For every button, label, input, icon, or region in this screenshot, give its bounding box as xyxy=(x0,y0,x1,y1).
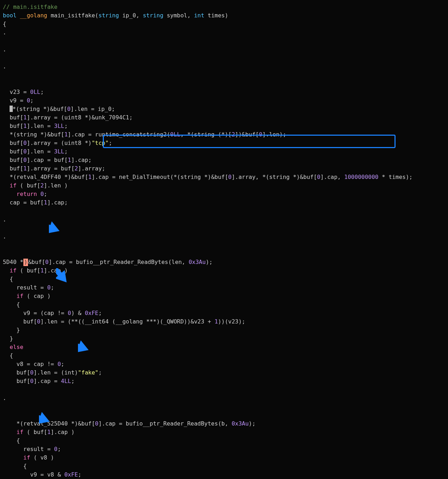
comment-line: // main.isitfake xyxy=(3,3,445,11)
code-line: { xyxy=(3,462,445,470)
blank xyxy=(3,411,445,419)
code-line: buf[1].len = 3LL; xyxy=(3,122,445,130)
collapsed-dot: . xyxy=(3,232,445,241)
code-line: if ( buf[1].cap ) xyxy=(3,428,445,436)
code-line: buf[1].array = buf[2].array; xyxy=(3,164,445,173)
blank xyxy=(3,224,445,232)
code-line: return 0; xyxy=(3,190,445,198)
code-line: { xyxy=(3,436,445,445)
code-line: v8 = cap != 0; xyxy=(3,360,445,368)
blank xyxy=(3,37,445,45)
code-line: buf[0].len = 3LL; xyxy=(3,147,445,156)
brace-open: { xyxy=(3,20,445,28)
code-line: v9 = v8 & 0xFE; xyxy=(3,470,445,479)
blank xyxy=(3,207,445,215)
code-line: if ( buf[2].len ) xyxy=(3,181,445,190)
blank xyxy=(3,385,445,394)
collapsed-dot: . xyxy=(3,62,445,71)
collapsed-dot: . xyxy=(3,215,445,224)
code-line: buf[0].len = (**((__int64 (__golang ***)… xyxy=(3,317,445,326)
collapsed-dot: . xyxy=(3,28,445,37)
code-line: } xyxy=(3,326,445,334)
code-line: if ( v8 ) xyxy=(3,453,445,462)
code-line: { xyxy=(3,351,445,360)
code-line: buf[0].cap = buf[1].cap; xyxy=(3,156,445,164)
text-cursor-selection: ) xyxy=(23,259,28,266)
code-line: *(string *)&buf[1].cap = runtime_concats… xyxy=(3,130,445,139)
code-line: buf[1].array = (uint8 *)&unk_7094C1; xyxy=(3,113,445,122)
code-line: if ( cap ) xyxy=(3,292,445,300)
blank xyxy=(3,402,445,411)
blank xyxy=(3,79,445,88)
code-line: v23 = 0LL; xyxy=(3,88,445,96)
code-line-highlighted: *(retval_4DFF40 *)&buf[1].cap = net_Dial… xyxy=(3,173,445,181)
code-line: cap = buf[1].cap; xyxy=(3,198,445,207)
code-line: if ( buf[1].cap ) xyxy=(3,266,445,275)
blank xyxy=(3,241,445,249)
code-line: v9 = (cap != 0) & 0xFE; xyxy=(3,309,445,317)
code-line: *(retval_525D40 *)&buf[0].cap = bufio__p… xyxy=(3,419,445,428)
code-line: 5D40 *)&buf[0].cap = bufio__ptr_Reader_R… xyxy=(3,258,445,266)
code-line: else xyxy=(3,343,445,351)
code-line: buf[0].len = (int)"fake"; xyxy=(3,368,445,377)
decompiled-code-view: // main.isitfake bool __golang main_isit… xyxy=(3,3,445,479)
blank xyxy=(3,249,445,258)
blank xyxy=(3,71,445,79)
code-line-with-caret: *(string *)&buf[0].len = ip_0; xyxy=(3,105,445,113)
collapsed-dot: . xyxy=(3,45,445,54)
code-line: result = 0; xyxy=(3,445,445,453)
function-signature: bool __golang main_isitfake(string ip_0,… xyxy=(3,11,445,20)
code-line: v9 = 0; xyxy=(3,96,445,105)
collapsed-dot: . xyxy=(3,394,445,402)
code-line: result = 0; xyxy=(3,283,445,292)
blank xyxy=(3,54,445,62)
code-line: buf[0].array = (uint8 *)"tcp"; xyxy=(3,139,445,147)
code-line: } xyxy=(3,334,445,343)
code-line: { xyxy=(3,300,445,309)
code-line: { xyxy=(3,275,445,283)
code-line: buf[0].cap = 4LL; xyxy=(3,377,445,385)
